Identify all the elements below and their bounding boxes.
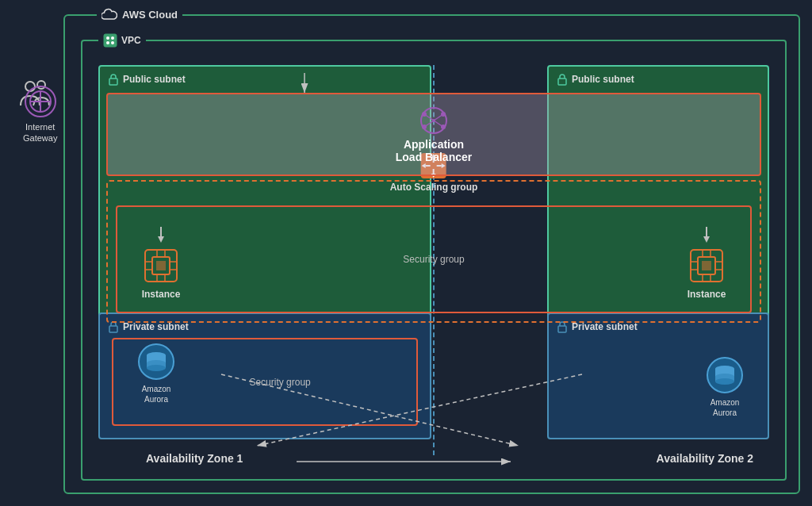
instance-left: Instance (141, 227, 181, 300)
aws-cloud-text: AWS Cloud (122, 9, 178, 21)
alb-box: Application Load Balancer (106, 93, 761, 176)
svg-line-34 (424, 121, 434, 127)
aurora-left-label: Amazon Aurora (142, 384, 171, 404)
ig-label: Internet Gateway (23, 121, 57, 144)
arrow-to-instance-left (155, 227, 167, 243)
aurora-icon-right (706, 356, 744, 394)
private-subnet-right: Private subnet Amazon Aurora (547, 312, 769, 439)
svg-point-6 (111, 41, 114, 44)
svg-rect-57 (156, 261, 166, 270)
internet-gateway: Internet Gateway (23, 85, 57, 144)
alb-icon (416, 106, 451, 135)
aws-cloud-label: AWS Cloud (97, 8, 182, 21)
aurora-icon-left (137, 343, 175, 381)
instance-right: Instance (687, 227, 726, 300)
security-group-asg: Security group (116, 205, 752, 313)
svg-rect-12 (109, 326, 117, 332)
cloud-icon (102, 8, 117, 21)
svg-marker-46 (158, 236, 164, 243)
az2-label: Availability Zone 2 (657, 452, 753, 465)
asg-label: Auto Scaling group (390, 182, 478, 193)
public-subnet-right-label: Public subnet (557, 73, 634, 86)
alb-label: Application Load Balancer (396, 138, 472, 163)
asg-box: Auto Scaling group Security group (106, 180, 761, 323)
svg-line-32 (424, 114, 434, 121)
security-group-private-label: Security group (249, 377, 310, 388)
vpc-label: VPC (98, 33, 146, 48)
security-group-private-left: Amazon Aurora Security group (112, 338, 418, 426)
svg-rect-11 (558, 79, 566, 85)
instance-right-label: Instance (688, 289, 726, 300)
vpc-box: VPC Internet Gateway (81, 40, 787, 481)
svg-rect-2 (104, 34, 117, 47)
lock-icon-left (108, 73, 119, 86)
svg-line-35 (434, 121, 443, 127)
diagram-container: AWS Cloud VPC (0, 0, 812, 506)
svg-rect-10 (109, 79, 117, 85)
svg-point-5 (106, 41, 109, 44)
svg-point-4 (111, 36, 114, 40)
vpc-text: VPC (121, 35, 141, 46)
svg-line-33 (434, 114, 443, 121)
svg-rect-19 (558, 326, 566, 332)
aurora-right: Amazon Aurora (706, 356, 744, 418)
aws-cloud-box: AWS Cloud VPC (63, 14, 800, 494)
svg-rect-70 (702, 261, 711, 270)
lock-icon-right (557, 73, 568, 86)
instance-icon-left (141, 246, 181, 286)
aurora-left: Amazon Aurora (137, 343, 175, 404)
vpc-icon (103, 33, 117, 48)
az1-label: Availability Zone 1 (146, 452, 243, 465)
public-subnet-left-label: Public subnet (108, 73, 186, 86)
arrow-to-instance-right (700, 227, 713, 243)
gateway-icon (24, 85, 57, 118)
instance-icon-right (687, 246, 726, 286)
svg-point-18 (147, 365, 166, 371)
private-subnet-left: Private subnet (98, 312, 431, 439)
svg-marker-59 (703, 236, 710, 243)
aurora-right-label: Amazon Aurora (710, 397, 740, 418)
instance-left-label: Instance (142, 289, 181, 300)
svg-point-3 (106, 36, 109, 40)
svg-point-25 (715, 378, 734, 385)
security-group-asg-label: Security group (403, 254, 464, 265)
